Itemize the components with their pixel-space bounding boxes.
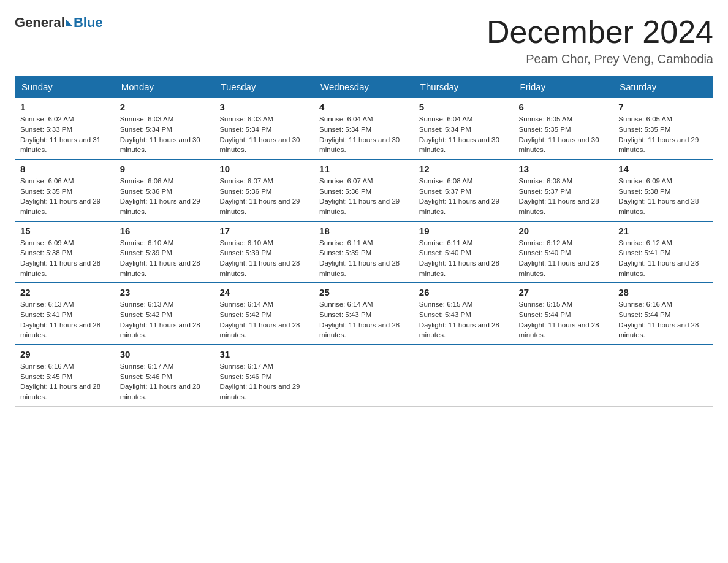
- calendar-day-cell: 3Sunrise: 6:03 AMSunset: 5:34 PMDaylight…: [214, 98, 314, 159]
- day-number: 10: [219, 164, 309, 174]
- day-number: 17: [219, 226, 309, 236]
- calendar-day-cell: 18Sunrise: 6:11 AMSunset: 5:39 PMDayligh…: [314, 221, 414, 283]
- day-info: Sunrise: 6:05 AMSunset: 5:35 PMDaylight:…: [519, 114, 609, 155]
- calendar-day-cell: 20Sunrise: 6:12 AMSunset: 5:40 PMDayligh…: [514, 221, 613, 283]
- day-number: 22: [20, 287, 110, 297]
- day-info: Sunrise: 6:13 AMSunset: 5:41 PMDaylight:…: [20, 299, 110, 340]
- calendar-day-cell: 13Sunrise: 6:08 AMSunset: 5:37 PMDayligh…: [514, 159, 613, 221]
- day-info: Sunrise: 6:09 AMSunset: 5:38 PMDaylight:…: [20, 238, 110, 279]
- calendar-week-row: 15Sunrise: 6:09 AMSunset: 5:38 PMDayligh…: [15, 221, 713, 283]
- calendar-day-cell: 11Sunrise: 6:07 AMSunset: 5:36 PMDayligh…: [314, 159, 414, 221]
- day-info: Sunrise: 6:15 AMSunset: 5:44 PMDaylight:…: [519, 299, 609, 340]
- day-number: 12: [419, 164, 509, 174]
- calendar-day-cell: 17Sunrise: 6:10 AMSunset: 5:39 PMDayligh…: [214, 221, 314, 283]
- calendar-day-cell: 27Sunrise: 6:15 AMSunset: 5:44 PMDayligh…: [514, 283, 613, 345]
- calendar-day-cell: 30Sunrise: 6:17 AMSunset: 5:46 PMDayligh…: [115, 345, 214, 406]
- day-number: 15: [20, 226, 110, 236]
- calendar-day-cell: 25Sunrise: 6:14 AMSunset: 5:43 PMDayligh…: [314, 283, 414, 345]
- day-info: Sunrise: 6:09 AMSunset: 5:38 PMDaylight:…: [618, 176, 708, 217]
- day-number: 23: [120, 287, 210, 297]
- day-info: Sunrise: 6:12 AMSunset: 5:41 PMDaylight:…: [618, 238, 708, 279]
- day-number: 1: [20, 102, 110, 112]
- day-number: 27: [519, 287, 609, 297]
- calendar-day-cell: 10Sunrise: 6:07 AMSunset: 5:36 PMDayligh…: [214, 159, 314, 221]
- calendar-day-cell: 29Sunrise: 6:16 AMSunset: 5:45 PMDayligh…: [15, 345, 115, 406]
- calendar-day-cell: [314, 345, 414, 406]
- day-info: Sunrise: 6:16 AMSunset: 5:44 PMDaylight:…: [618, 299, 708, 340]
- calendar-location: Peam Chor, Prey Veng, Cambodia: [487, 52, 713, 66]
- calendar-day-cell: 15Sunrise: 6:09 AMSunset: 5:38 PMDayligh…: [15, 221, 115, 283]
- calendar-week-row: 8Sunrise: 6:06 AMSunset: 5:35 PMDaylight…: [15, 159, 713, 221]
- day-info: Sunrise: 6:06 AMSunset: 5:35 PMDaylight:…: [20, 176, 110, 217]
- calendar-day-cell: 5Sunrise: 6:04 AMSunset: 5:34 PMDaylight…: [414, 98, 514, 159]
- calendar-day-cell: 26Sunrise: 6:15 AMSunset: 5:43 PMDayligh…: [414, 283, 514, 345]
- calendar-day-cell: 9Sunrise: 6:06 AMSunset: 5:36 PMDaylight…: [115, 159, 214, 221]
- calendar-day-cell: 24Sunrise: 6:14 AMSunset: 5:42 PMDayligh…: [214, 283, 314, 345]
- calendar-day-cell: 23Sunrise: 6:13 AMSunset: 5:42 PMDayligh…: [115, 283, 214, 345]
- day-info: Sunrise: 6:15 AMSunset: 5:43 PMDaylight:…: [419, 299, 509, 340]
- day-number: 3: [219, 102, 309, 112]
- day-number: 11: [319, 164, 409, 174]
- day-number: 20: [519, 226, 609, 236]
- day-info: Sunrise: 6:14 AMSunset: 5:42 PMDaylight:…: [219, 299, 309, 340]
- day-number: 18: [319, 226, 409, 236]
- calendar-week-row: 29Sunrise: 6:16 AMSunset: 5:45 PMDayligh…: [15, 345, 713, 406]
- calendar-header-saturday: Saturday: [613, 77, 713, 98]
- logo-general-text: General: [15, 15, 65, 31]
- day-number: 31: [219, 349, 309, 359]
- day-number: 8: [20, 164, 110, 174]
- day-number: 9: [120, 164, 210, 174]
- day-info: Sunrise: 6:08 AMSunset: 5:37 PMDaylight:…: [419, 176, 509, 217]
- logo-arrow-icon: [66, 19, 73, 26]
- day-info: Sunrise: 6:07 AMSunset: 5:36 PMDaylight:…: [219, 176, 309, 217]
- calendar-day-cell: 7Sunrise: 6:05 AMSunset: 5:35 PMDaylight…: [613, 98, 713, 159]
- calendar-header-sunday: Sunday: [15, 77, 115, 98]
- calendar-day-cell: 19Sunrise: 6:11 AMSunset: 5:40 PMDayligh…: [414, 221, 514, 283]
- calendar-header-friday: Friday: [514, 77, 613, 98]
- day-info: Sunrise: 6:17 AMSunset: 5:46 PMDaylight:…: [120, 361, 210, 402]
- calendar-day-cell: 21Sunrise: 6:12 AMSunset: 5:41 PMDayligh…: [613, 221, 713, 283]
- calendar-day-cell: [414, 345, 514, 406]
- day-info: Sunrise: 6:10 AMSunset: 5:39 PMDaylight:…: [219, 238, 309, 279]
- day-info: Sunrise: 6:16 AMSunset: 5:45 PMDaylight:…: [20, 361, 110, 402]
- title-block: December 2024 Peam Chor, Prey Veng, Camb…: [487, 15, 713, 66]
- calendar-day-cell: 8Sunrise: 6:06 AMSunset: 5:35 PMDaylight…: [15, 159, 115, 221]
- calendar-header-wednesday: Wednesday: [314, 77, 414, 98]
- day-number: 30: [120, 349, 210, 359]
- day-info: Sunrise: 6:17 AMSunset: 5:46 PMDaylight:…: [219, 361, 309, 402]
- day-info: Sunrise: 6:13 AMSunset: 5:42 PMDaylight:…: [120, 299, 210, 340]
- calendar-day-cell: [514, 345, 613, 406]
- day-info: Sunrise: 6:11 AMSunset: 5:40 PMDaylight:…: [419, 238, 509, 279]
- day-number: 21: [618, 226, 708, 236]
- calendar-day-cell: 31Sunrise: 6:17 AMSunset: 5:46 PMDayligh…: [214, 345, 314, 406]
- calendar-header-thursday: Thursday: [414, 77, 514, 98]
- calendar-day-cell: 14Sunrise: 6:09 AMSunset: 5:38 PMDayligh…: [613, 159, 713, 221]
- day-number: 6: [519, 102, 609, 112]
- day-info: Sunrise: 6:05 AMSunset: 5:35 PMDaylight:…: [618, 114, 708, 155]
- day-number: 4: [319, 102, 409, 112]
- day-number: 14: [618, 164, 708, 174]
- day-number: 29: [20, 349, 110, 359]
- calendar-day-cell: 2Sunrise: 6:03 AMSunset: 5:34 PMDaylight…: [115, 98, 214, 159]
- calendar-day-cell: 4Sunrise: 6:04 AMSunset: 5:34 PMDaylight…: [314, 98, 414, 159]
- day-number: 16: [120, 226, 210, 236]
- day-info: Sunrise: 6:03 AMSunset: 5:34 PMDaylight:…: [219, 114, 309, 155]
- calendar-day-cell: 22Sunrise: 6:13 AMSunset: 5:41 PMDayligh…: [15, 283, 115, 345]
- day-number: 25: [319, 287, 409, 297]
- logo-blue-text: Blue: [74, 15, 103, 31]
- day-info: Sunrise: 6:11 AMSunset: 5:39 PMDaylight:…: [319, 238, 409, 279]
- day-info: Sunrise: 6:02 AMSunset: 5:33 PMDaylight:…: [20, 114, 110, 155]
- calendar-header-row: SundayMondayTuesdayWednesdayThursdayFrid…: [15, 77, 713, 98]
- calendar-day-cell: 28Sunrise: 6:16 AMSunset: 5:44 PMDayligh…: [613, 283, 713, 345]
- day-info: Sunrise: 6:04 AMSunset: 5:34 PMDaylight:…: [319, 114, 409, 155]
- day-info: Sunrise: 6:07 AMSunset: 5:36 PMDaylight:…: [319, 176, 409, 217]
- page-header: General Blue December 2024 Peam Chor, Pr…: [15, 15, 713, 66]
- day-info: Sunrise: 6:06 AMSunset: 5:36 PMDaylight:…: [120, 176, 210, 217]
- day-number: 24: [219, 287, 309, 297]
- calendar-day-cell: [613, 345, 713, 406]
- day-number: 28: [618, 287, 708, 297]
- day-number: 2: [120, 102, 210, 112]
- calendar-week-row: 22Sunrise: 6:13 AMSunset: 5:41 PMDayligh…: [15, 283, 713, 345]
- day-number: 13: [519, 164, 609, 174]
- calendar-table: SundayMondayTuesdayWednesdayThursdayFrid…: [15, 76, 713, 406]
